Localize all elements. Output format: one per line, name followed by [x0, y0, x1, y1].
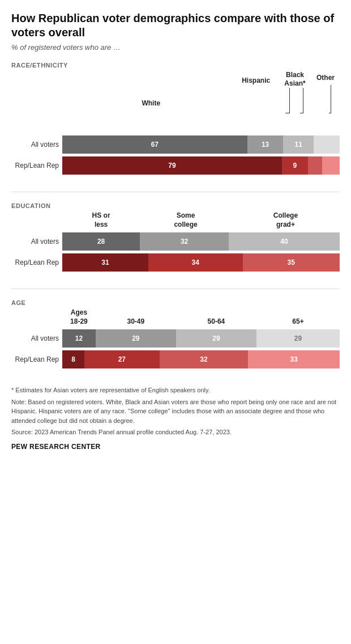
age-rep-5064-segment: 32	[160, 350, 249, 368]
edu-rep-hs-segment: 31	[62, 253, 148, 272]
race-all-other-segment	[314, 135, 340, 154]
race-rep-hispanic-segment: 9	[282, 156, 308, 175]
race-header-other: Other	[311, 74, 340, 82]
edu-all-label: All voters	[11, 238, 62, 245]
edu-all-some-segment: 32	[140, 232, 229, 251]
race-rep-other-segment	[322, 156, 340, 175]
age-header-65plus: 65+	[256, 317, 340, 327]
black-connector-v	[303, 88, 303, 113]
footnote-2: Note: Based on registered voters. White,…	[11, 397, 340, 426]
race-all-black-segment: 11	[283, 135, 314, 154]
age-all-bar: 12 29 29 29	[62, 329, 340, 348]
other-connector-v	[331, 85, 331, 113]
edu-section-label: EDUCATION	[11, 202, 340, 209]
age-rep-row: Rep/Lean Rep 8 27 32 33	[11, 350, 340, 368]
footnote-3: Source: 2023 American Trends Panel annua…	[11, 427, 340, 437]
age-rep-1829-segment: 8	[62, 350, 84, 368]
footnote-1: * Estimates for Asian voters are represe…	[11, 385, 340, 395]
race-rep-bar: 79 9	[62, 156, 340, 175]
age-all-1829-segment: 12	[62, 329, 96, 348]
race-all-voters-bar: 67 13 11	[62, 135, 340, 154]
divider-2	[11, 289, 340, 289]
edu-all-voters-row: All voters 28 32 40	[11, 232, 340, 251]
hispanic-connector-v	[289, 88, 290, 113]
age-section-label: AGE	[11, 299, 340, 306]
age-all-voters-row: All voters 12 29 29 29	[11, 329, 340, 348]
education-section: EDUCATION HS orless Somecollege Collegeg…	[11, 202, 340, 272]
footnotes: * Estimates for Asian voters are represe…	[11, 385, 340, 437]
edu-header-hs: HS orless	[62, 211, 140, 229]
age-rep-65plus-segment: 33	[248, 350, 340, 368]
race-rep-white-segment: 79	[62, 156, 282, 175]
edu-all-bar: 28 32 40	[62, 232, 340, 251]
edu-all-college-segment: 40	[229, 232, 340, 251]
subtitle: % of registered voters who are …	[11, 43, 340, 52]
edu-header-some: Somecollege	[140, 211, 232, 229]
edu-rep-college-segment: 35	[243, 253, 340, 272]
other-connector-h	[329, 113, 331, 113]
age-header-5064: 50-64	[176, 317, 256, 327]
edu-all-hs-segment: 28	[62, 232, 140, 251]
hispanic-connector-h	[285, 113, 290, 113]
age-all-label: All voters	[11, 334, 62, 342]
age-section: AGE Ages18-29 30-49 50-64 65+ All voters…	[11, 299, 340, 368]
page-title: How Republican voter demographics compar…	[11, 11, 340, 40]
race-header-black: Black	[278, 71, 312, 79]
age-all-65plus-segment: 29	[256, 329, 340, 348]
black-connector-h	[300, 113, 303, 113]
race-header-hispanic: Hispanic	[233, 77, 279, 84]
race-all-hispanic-segment: 13	[247, 135, 284, 154]
race-rep-black-segment	[308, 156, 323, 175]
age-rep-bar: 8 27 32 33	[62, 350, 340, 368]
age-all-5064-segment: 29	[176, 329, 256, 348]
edu-rep-bar: 31 34 35	[62, 253, 340, 272]
edu-rep-row: Rep/Lean Rep 31 34 35	[11, 253, 340, 272]
race-section-label: RACE/ETHNICITY	[11, 62, 340, 69]
pew-source: PEW RESEARCH CENTER	[11, 443, 340, 451]
race-all-voters-label: All voters	[11, 141, 62, 149]
edu-header-college: Collegegrad+	[232, 211, 340, 229]
edu-rep-label: Rep/Lean Rep	[11, 259, 62, 266]
race-section: RACE/ETHNICITY White Hispanic Black Asia…	[11, 62, 340, 175]
race-header-asian: Asian*	[278, 79, 312, 87]
age-header-1829: Ages18-29	[62, 308, 96, 326]
edu-rep-some-segment: 34	[148, 253, 243, 272]
race-rep-row: Rep/Lean Rep 79 9	[11, 156, 340, 175]
age-rep-label: Rep/Lean Rep	[11, 355, 62, 363]
age-header-3049: 30-49	[96, 317, 176, 327]
race-header-white: White	[62, 99, 240, 107]
age-rep-3049-segment: 27	[84, 350, 159, 368]
age-all-3049-segment: 29	[96, 329, 176, 348]
race-all-white-segment: 67	[62, 135, 247, 154]
race-all-voters-row: All voters 67 13 11	[11, 135, 340, 154]
divider-1	[11, 192, 340, 192]
race-rep-label: Rep/Lean Rep	[11, 162, 62, 170]
